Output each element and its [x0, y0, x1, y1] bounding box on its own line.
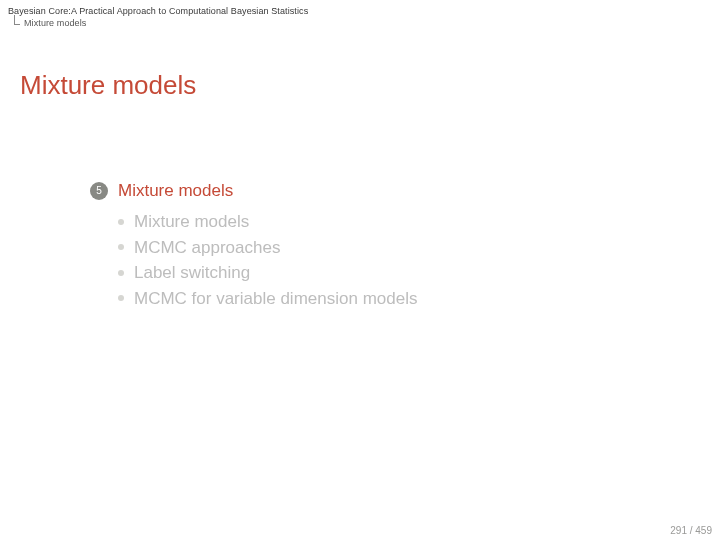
breadcrumb: Mixture models — [14, 18, 720, 28]
bullet-icon — [118, 219, 124, 225]
slide-header: Bayesian Core:A Practical Approach to Co… — [0, 0, 728, 30]
list-item: Mixture models — [118, 209, 728, 235]
breadcrumb-marker-icon — [14, 15, 20, 25]
list-item: Label switching — [118, 260, 728, 286]
page-number: 291 / 459 — [670, 525, 712, 536]
slide-title: Mixture models — [20, 70, 728, 101]
list-item-label: Mixture models — [134, 209, 249, 235]
outline-content: 5 Mixture models Mixture models MCMC app… — [90, 181, 728, 311]
section-subitems: Mixture models MCMC approaches Label swi… — [118, 209, 728, 311]
list-item-label: MCMC for variable dimension models — [134, 286, 417, 312]
list-item-label: Label switching — [134, 260, 250, 286]
bullet-icon — [118, 244, 124, 250]
section-title: Mixture models — [118, 181, 233, 201]
list-item: MCMC for variable dimension models — [118, 286, 728, 312]
list-item-label: MCMC approaches — [134, 235, 280, 261]
section-heading: 5 Mixture models — [90, 181, 728, 201]
bullet-icon — [118, 270, 124, 276]
list-item: MCMC approaches — [118, 235, 728, 261]
breadcrumb-text: Mixture models — [24, 18, 86, 28]
presentation-title: Bayesian Core:A Practical Approach to Co… — [8, 6, 720, 16]
bullet-icon — [118, 295, 124, 301]
section-number-badge: 5 — [90, 182, 108, 200]
